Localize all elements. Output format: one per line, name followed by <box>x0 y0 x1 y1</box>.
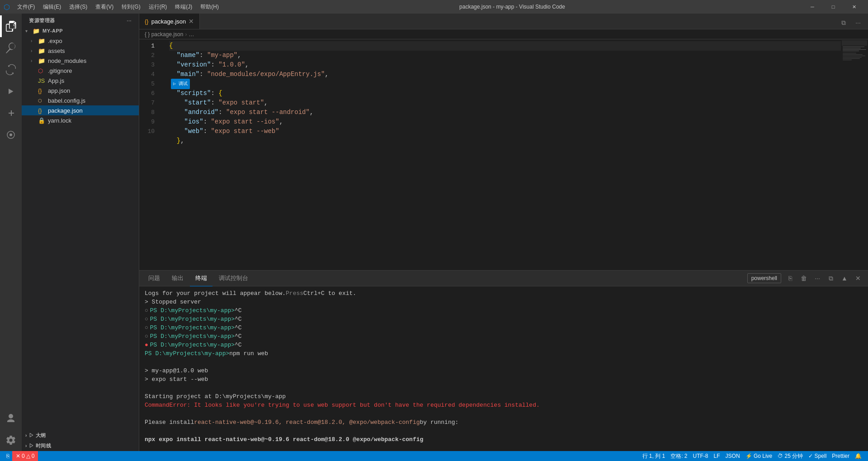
time-status[interactable]: ⏱ 25 分钟 <box>775 451 806 461</box>
sidebar-item-babelconfig[interactable]: › ⬡ babel.config.js <box>22 95 139 105</box>
svg-rect-12 <box>843 60 852 60</box>
sidebar-header: 资源管理器 ··· <box>22 14 139 26</box>
notification-icon[interactable]: 🔔 <box>852 451 864 461</box>
panel-maximize-button[interactable]: ▲ <box>838 272 851 285</box>
term-line-6: ○ PS D:\myProjects\my-app> ^C <box>145 332 863 341</box>
term-line-blank5 <box>145 444 863 451</box>
menu-view[interactable]: 查看(V) <box>92 2 117 12</box>
menu-run[interactable]: 运行(R) <box>145 2 171 12</box>
line-num-7: 7 <box>139 98 162 108</box>
split-terminal-button[interactable]: ⎘ <box>784 272 797 285</box>
packagejson-label: package.json <box>48 107 83 114</box>
tab-packagejson[interactable]: {} package.json ✕ <box>139 14 200 29</box>
panel-tab-output[interactable]: 输出 <box>166 271 189 286</box>
line-num-4: 4 <box>139 70 162 79</box>
settings-activity-icon[interactable] <box>0 429 22 451</box>
svg-rect-4 <box>843 48 861 48</box>
window-controls: ─ □ ✕ <box>802 0 864 14</box>
yarnlock-icon: 🔒 <box>38 117 46 124</box>
breadcrumb-symbol[interactable]: … <box>189 31 194 38</box>
errors-status-item[interactable]: ✕ 0 △ 0 <box>12 451 38 461</box>
code-line-10: }, <box>169 136 841 146</box>
panel-layout-button[interactable]: ⧉ <box>825 272 837 285</box>
more-actions-button[interactable]: ··· <box>852 16 864 29</box>
source-control-activity-icon[interactable] <box>0 59 22 81</box>
sidebar-item-yarnlock[interactable]: › 🔒 yarn.lock <box>22 115 139 125</box>
panel-tab-debug[interactable]: 调试控制台 <box>213 271 254 286</box>
line-num-1: 1 <box>139 41 162 51</box>
split-editor-button[interactable]: ⧉ <box>837 16 850 29</box>
remote-icon-status: ⎘ <box>6 453 9 459</box>
panel-tab-terminal[interactable]: 终端 <box>190 271 212 286</box>
babelconfig-label: babel.config.js <box>48 97 85 104</box>
sidebar-item-gitignore[interactable]: › ⬡ .gitignore <box>22 66 139 76</box>
minimize-button[interactable]: ─ <box>802 0 823 14</box>
sidebar-item-node-modules[interactable]: › 📁 node_modules <box>22 56 139 66</box>
prettier-status[interactable]: Prettier <box>829 451 852 461</box>
encoding-status[interactable]: UTF-8 <box>690 451 711 461</box>
panel: 问题 输出 终端 调试控制台 powershell ⎘ 🗑 ··· ⧉ ▲ ✕ <box>139 270 868 451</box>
sidebar-item-appjson[interactable]: › {} app.json <box>22 86 139 95</box>
remote-status-item[interactable]: ⎘ <box>4 451 12 461</box>
sidebar-item-packagejson[interactable]: › {} package.json <box>22 105 139 115</box>
sidebar-more-button[interactable]: ··· <box>127 18 132 24</box>
code-editor[interactable]: 1 2 3 4 5 6 7 8 9 10 { <box>139 39 868 270</box>
term-line-2: > Stopped server <box>145 298 863 306</box>
warning-count: 0 <box>32 453 35 459</box>
editor-area: {} package.json ✕ ⧉ ··· { } package.json… <box>139 14 868 451</box>
code-line-7: "android": "expo start --android", <box>169 108 841 117</box>
debug-badge[interactable]: ▷ 调试 <box>171 79 190 89</box>
line-num-6: 6 <box>139 89 162 98</box>
panel-close-button[interactable]: ✕ <box>852 272 864 285</box>
extensions-activity-icon[interactable] <box>0 102 22 124</box>
minimap-svg <box>841 39 868 175</box>
remote-activity-icon[interactable] <box>0 124 22 146</box>
term-line-3: ○ PS D:\myProjects\my-app> ^C <box>145 306 863 315</box>
terminal-content[interactable]: Logs for your project will appear below.… <box>139 286 868 451</box>
root-label: MY-APP <box>42 28 63 33</box>
kill-terminal-button[interactable]: 🗑 <box>797 272 810 285</box>
breadcrumb-file[interactable]: { } package.json <box>145 31 183 38</box>
outline-section[interactable]: › ▷ 大纲 <box>22 430 139 441</box>
indent-status[interactable]: 空格: 2 <box>668 451 690 461</box>
menu-select[interactable]: 选择(S) <box>66 2 91 12</box>
account-activity-icon[interactable] <box>0 408 22 429</box>
breadcrumb: { } package.json › … <box>139 29 868 39</box>
terminal-name[interactable]: powershell <box>747 273 781 283</box>
yarnlock-label: yarn.lock <box>48 117 71 124</box>
maximize-button[interactable]: □ <box>823 0 844 14</box>
svg-rect-11 <box>843 58 860 59</box>
menu-goto[interactable]: 转到(G) <box>118 2 144 12</box>
close-button[interactable]: ✕ <box>844 0 864 14</box>
title-bar: ⬡ 文件(F) 编辑(E) 选择(S) 查看(V) 转到(G) 运行(R) 终端… <box>0 0 868 14</box>
sidebar-item-appjs[interactable]: › JS App.js <box>22 76 139 86</box>
sidebar-item-expo[interactable]: › 📁 .expo <box>22 36 139 46</box>
run-debug-activity-icon[interactable] <box>0 81 22 102</box>
tab-close-packagejson[interactable]: ✕ <box>189 18 194 25</box>
spell-status[interactable]: ✓ Spell <box>806 451 829 461</box>
language-status[interactable]: JSON <box>723 451 743 461</box>
cursor-position-status[interactable]: 行 1, 列 1 <box>640 451 668 461</box>
tree-root[interactable]: ▾ 📁 MY-APP <box>22 26 139 36</box>
panel-tab-problems[interactable]: 问题 <box>143 271 165 286</box>
svg-rect-5 <box>843 49 866 50</box>
timeline-section[interactable]: › ▷ 时间线 <box>22 441 139 451</box>
sidebar-title: 资源管理器 <box>29 17 55 24</box>
panel-more-button[interactable]: ··· <box>811 272 824 285</box>
line-num-5: 5 <box>139 79 162 89</box>
debug-spacer <box>169 79 841 89</box>
sidebar-item-assets[interactable]: › 📁 assets <box>22 46 139 56</box>
menu-file[interactable]: 文件(F) <box>14 2 38 12</box>
eol-status[interactable]: LF <box>711 451 723 461</box>
search-activity-icon[interactable] <box>0 37 22 59</box>
explorer-activity-icon[interactable] <box>0 15 22 37</box>
menu-edit[interactable]: 编辑(E) <box>39 2 65 12</box>
menu-terminal[interactable]: 终端(J) <box>171 2 196 12</box>
term-line-blank3 <box>145 409 863 418</box>
line-num-2: 2 <box>139 51 162 60</box>
status-bar: ⎘ ✕ 0 △ 0 行 1, 列 1 空格: 2 UTF-8 LF JSON ⚡… <box>0 451 868 461</box>
menu-help[interactable]: 帮助(H) <box>197 2 222 12</box>
code-content[interactable]: { "name": "my-app", "version": "1.0.0", … <box>162 39 841 270</box>
appjson-icon: {} <box>38 87 46 94</box>
go-live-status[interactable]: ⚡ Go Live <box>743 451 775 461</box>
